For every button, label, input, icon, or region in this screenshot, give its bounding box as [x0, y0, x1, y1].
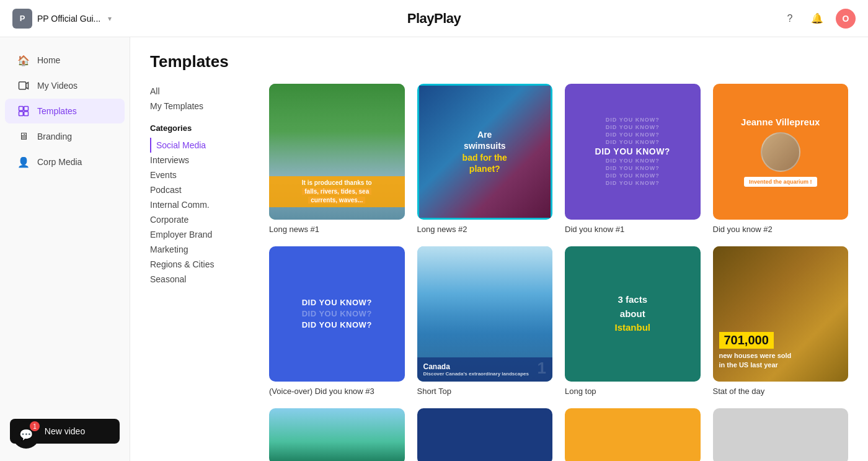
template-card-did-you-know-3[interactable]: DID YOU KNOW? DID YOU KNOW? DID YOU KNOW… — [269, 246, 405, 396]
template-card-did-you-know-2[interactable]: Jeanne Villepreux Invented the aquarium … — [713, 84, 849, 234]
filter-marketing[interactable]: Marketing — [150, 242, 249, 257]
filter-employer-brand[interactable]: Employer Brand — [150, 227, 249, 242]
filter-podcast[interactable]: Podcast — [150, 182, 249, 197]
corp-media-icon: 👤 — [17, 156, 30, 168]
dyk-line: DID YOU KNOW? — [606, 132, 660, 138]
sidebar-item-label: Templates — [37, 106, 77, 116]
template-card-person[interactable] — [713, 408, 849, 461]
template-thumb — [565, 408, 701, 461]
branding-icon: 🖥 — [17, 130, 30, 143]
template-label: Did you know #2 — [713, 225, 849, 234]
video-icon — [17, 79, 30, 92]
topbar-right: ? 🔔 O — [781, 9, 856, 29]
template-card-short-top[interactable]: Canada Discover Canada's extraordinary l… — [417, 246, 553, 396]
svg-rect-2 — [19, 107, 24, 111]
canada-number: 1 — [538, 359, 546, 378]
template-card-stat-of-day[interactable]: 701,000 new houses were soldin the US la… — [713, 246, 849, 396]
content-layout: All My Templates Categories Social Media… — [150, 84, 848, 461]
dyk-line: DID YOU KNOW? — [606, 117, 660, 123]
notification-icon[interactable]: 🔔 — [808, 10, 826, 27]
dyk-line: DID YOU KNOW? — [606, 180, 660, 186]
template-label: Long news #2 — [417, 225, 553, 234]
template-thumb: Canada Discover Canada's extraordinary l… — [417, 246, 553, 382]
template-label: Long news #1 — [269, 225, 405, 234]
home-icon: 🏠 — [17, 54, 30, 66]
sidebar-item-templates[interactable]: Templates — [5, 99, 125, 123]
help-icon[interactable]: ? — [781, 10, 799, 27]
template-card-yellow-box[interactable] — [565, 408, 701, 461]
sidebar-item-label: Corp Media — [37, 157, 82, 167]
svg-marker-1 — [26, 83, 29, 89]
waterfall-overlay: It is produced thanks tofalls, rivers, t… — [269, 176, 405, 207]
dyk3-line-2: DID YOU KNOW? — [302, 309, 372, 318]
template-thumb — [713, 408, 849, 461]
main-content: Templates All My Templates Categories So… — [130, 37, 868, 461]
svg-rect-3 — [24, 107, 29, 111]
filter-seasonal[interactable]: Seasonal — [150, 272, 249, 287]
sidebar-item-label: Home — [37, 55, 60, 65]
template-card-beach[interactable] — [269, 408, 405, 461]
filter-panel: All My Templates Categories Social Media… — [150, 84, 249, 461]
template-label: Long top — [565, 387, 701, 396]
swim-overlay: Are swimsuitsbad for the planet? — [452, 124, 518, 179]
jeanne-portrait — [761, 132, 800, 172]
dyk-line-highlight: DID YOU KNOW? — [595, 146, 670, 156]
template-thumb: Are swimsuitsbad for the planet? — [417, 84, 553, 220]
svg-rect-5 — [24, 112, 29, 116]
user-avatar[interactable]: O — [836, 9, 856, 29]
sidebar-item-label: Branding — [37, 132, 72, 141]
template-label: Did you know #1 — [565, 225, 701, 234]
categories-title: Categories — [150, 123, 249, 133]
template-thumb — [269, 408, 405, 461]
filter-corporate[interactable]: Corporate — [150, 212, 249, 227]
template-card-long-top[interactable]: 3 factsaboutIstanbul Long top — [565, 246, 701, 396]
sidebar: 🏠 Home My Videos Templates 🖥 Branding — [0, 37, 130, 461]
canada-overlay: Canada Discover Canada's extraordinary l… — [417, 357, 553, 382]
templates-grid: It is produced thanks tofalls, rivers, t… — [269, 84, 848, 461]
filter-social-media[interactable]: Social Media — [150, 138, 249, 153]
template-thumb: It is produced thanks tofalls, rivers, t… — [269, 84, 405, 220]
topbar-left: P PP Official Gui... ▾ — [12, 9, 112, 29]
chat-bubble[interactable]: 💬 1 — [12, 421, 40, 449]
template-card-long-news-1[interactable]: It is produced thanks tofalls, rivers, t… — [269, 84, 405, 234]
workspace-avatar: P — [12, 9, 32, 29]
template-thumb: DID YOU KNOW? DID YOU KNOW? DID YOU KNOW… — [565, 84, 701, 220]
chevron-down-icon[interactable]: ▾ — [108, 14, 112, 23]
filter-internal-comm[interactable]: Internal Comm. — [150, 197, 249, 212]
dyk-line: DID YOU KNOW? — [606, 172, 660, 179]
filter-events[interactable]: Events — [150, 168, 249, 182]
dyk-line: DID YOU KNOW? — [606, 165, 660, 171]
filter-interviews[interactable]: Interviews — [150, 153, 249, 168]
filter-regions-cities[interactable]: Regions & Cities — [150, 257, 249, 272]
template-card-did-you-know-1[interactable]: DID YOU KNOW? DID YOU KNOW? DID YOU KNOW… — [565, 84, 701, 234]
svg-rect-0 — [19, 82, 26, 89]
template-label: (Voice-over) Did you know #3 — [269, 387, 405, 396]
workspace-name[interactable]: PP Official Gui... — [37, 14, 100, 24]
dyk-line: DID YOU KNOW? — [606, 124, 660, 130]
app-logo: PlayPlay — [407, 11, 461, 27]
stat-number: 701,000 — [719, 332, 774, 349]
istanbul-text: 3 factsaboutIstanbul — [614, 293, 650, 335]
filter-my-templates[interactable]: My Templates — [150, 99, 249, 114]
filter-all[interactable]: All — [150, 84, 249, 99]
template-card-long-news-2[interactable]: Are swimsuitsbad for the planet? Long ne… — [417, 84, 553, 234]
jeanne-name: Jeanne Villepreux — [741, 117, 820, 127]
template-card-blue-box[interactable] — [417, 408, 553, 461]
template-label: Short Top — [417, 387, 553, 396]
sidebar-item-my-videos[interactable]: My Videos — [5, 73, 125, 98]
templates-icon — [17, 105, 30, 117]
template-thumb: DID YOU KNOW? DID YOU KNOW? DID YOU KNOW… — [269, 246, 405, 382]
sidebar-item-label: My Videos — [37, 81, 78, 91]
sidebar-item-corp-media[interactable]: 👤 Corp Media — [5, 150, 125, 174]
template-thumb — [417, 408, 553, 461]
dyk3-line-1: DID YOU KNOW? — [302, 298, 372, 307]
dyk-line: DID YOU KNOW? — [606, 158, 660, 164]
chat-icon: 💬 — [19, 428, 33, 442]
dyk-line: DID YOU KNOW? — [606, 139, 660, 145]
sidebar-nav: 🏠 Home My Videos Templates 🖥 Branding — [0, 47, 130, 411]
chat-badge: 1 — [30, 421, 40, 431]
sidebar-item-branding[interactable]: 🖥 Branding — [5, 124, 125, 149]
sidebar-item-home[interactable]: 🏠 Home — [5, 48, 125, 73]
page-title: Templates — [150, 52, 848, 71]
template-label: Stat of the day — [713, 387, 849, 396]
